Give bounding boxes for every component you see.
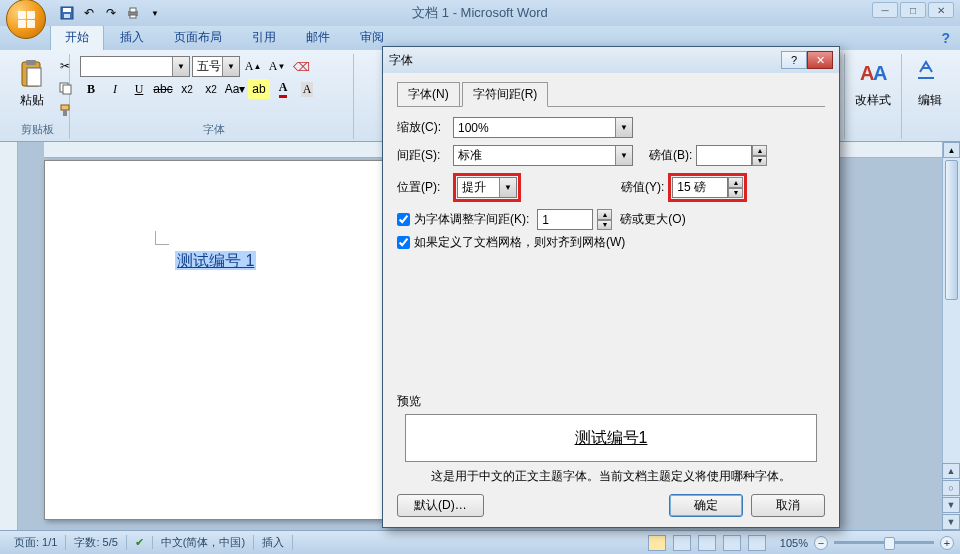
status-words[interactable]: 字数: 5/5 — [66, 535, 126, 550]
change-case-button[interactable]: Aa▾ — [224, 79, 246, 99]
title-bar: ↶ ↷ ▼ 文档 1 - Microsoft Word ─ □ ✕ — [0, 0, 960, 26]
position-combo[interactable]: 提升▼ — [457, 177, 517, 198]
tab-insert[interactable]: 插入 — [106, 25, 158, 50]
group-editing: 编辑 — [906, 54, 954, 139]
print-icon[interactable] — [124, 4, 142, 22]
snap-grid-checkbox[interactable] — [397, 236, 410, 249]
font-color-button[interactable]: A — [272, 79, 294, 99]
scale-label: 缩放(C): — [397, 119, 453, 136]
svg-rect-8 — [27, 68, 41, 86]
position-by-highlight: ▲▼ — [668, 173, 747, 202]
paste-button[interactable]: 粘贴 — [12, 56, 52, 120]
dialog-titlebar[interactable]: 字体 ? ✕ — [383, 47, 839, 73]
italic-button[interactable]: I — [104, 79, 126, 99]
spacing-by-label: 磅值(B): — [649, 147, 692, 164]
font-family-combo[interactable]: ▼ — [80, 56, 190, 77]
group-styles: AA 改样式 — [844, 54, 902, 139]
position-by-label: 磅值(Y): — [621, 179, 664, 196]
help-icon[interactable]: ? — [941, 30, 950, 46]
editing-button[interactable]: 编辑 — [912, 56, 948, 111]
subscript-button[interactable]: x2 — [176, 79, 198, 99]
tab-home[interactable]: 开始 — [50, 24, 104, 50]
tab-references[interactable]: 引用 — [238, 25, 290, 50]
status-bar: 页面: 1/1 字数: 5/5 ✔ 中文(简体，中国) 插入 105% − + — [0, 530, 960, 554]
svg-rect-12 — [63, 110, 67, 116]
dialog-title: 字体 — [389, 52, 413, 69]
status-page[interactable]: 页面: 1/1 — [6, 535, 66, 550]
status-mode[interactable]: 插入 — [254, 535, 293, 550]
format-painter-icon[interactable] — [54, 100, 76, 120]
bold-button[interactable]: B — [80, 79, 102, 99]
char-shading-button[interactable]: A — [296, 79, 318, 99]
office-button[interactable] — [6, 0, 46, 39]
view-web[interactable] — [698, 535, 716, 551]
view-full-screen[interactable] — [673, 535, 691, 551]
shrink-font-icon[interactable]: A▼ — [266, 57, 288, 77]
preview-label: 预览 — [397, 393, 825, 410]
preview-box: 测试编号1 — [405, 414, 817, 462]
superscript-button[interactable]: x2 — [200, 79, 222, 99]
prev-page-icon[interactable]: ▲ — [942, 463, 960, 479]
svg-text:A: A — [873, 62, 887, 84]
browse-buttons[interactable]: ▲ ○ ▼ ▼ — [942, 462, 960, 530]
dialog-close-button[interactable]: ✕ — [807, 51, 833, 69]
redo-icon[interactable]: ↷ — [102, 4, 120, 22]
group-font: ▼ 五号▼ A▲ A▼ ⌫ B I U abc x2 x2 Aa▾ ab A A… — [74, 54, 354, 139]
group-clipboard: 粘贴 ✂ 剪贴板 — [6, 54, 70, 139]
tab-char-spacing[interactable]: 字符间距(R) — [462, 82, 549, 107]
zoom-slider[interactable] — [834, 541, 934, 544]
qat-dropdown-icon[interactable]: ▼ — [146, 4, 164, 22]
spacing-combo[interactable]: 标准▼ — [453, 145, 633, 166]
margin-marker — [155, 231, 169, 245]
spacing-by-spinner[interactable]: ▲▼ — [696, 145, 767, 166]
tab-mailings[interactable]: 邮件 — [292, 25, 344, 50]
copy-icon[interactable] — [54, 78, 76, 98]
position-by-spinner[interactable]: ▲▼ — [672, 177, 743, 198]
zoom-in-icon[interactable]: + — [940, 536, 954, 550]
highlight-button[interactable]: ab — [248, 79, 270, 99]
grow-font-icon[interactable]: A▲ — [242, 57, 264, 77]
preview-text: 测试编号1 — [575, 428, 648, 449]
vertical-ruler[interactable] — [0, 142, 18, 530]
kerning-label: 为字体调整字间距(K): — [414, 211, 529, 228]
svg-rect-5 — [130, 15, 136, 18]
zoom-level[interactable]: 105% — [780, 537, 808, 549]
quick-access-toolbar: ↶ ↷ ▼ — [58, 0, 164, 26]
browse-object-icon[interactable]: ○ — [942, 480, 960, 496]
svg-rect-11 — [61, 105, 69, 110]
strikethrough-button[interactable]: abc — [152, 79, 174, 99]
save-icon[interactable] — [58, 4, 76, 22]
status-language[interactable]: 中文(简体，中国) — [153, 535, 254, 550]
kerning-checkbox[interactable] — [397, 213, 410, 226]
view-print-layout[interactable] — [648, 535, 666, 551]
cut-icon[interactable]: ✂ — [54, 56, 76, 76]
svg-rect-7 — [26, 60, 36, 65]
close-button[interactable]: ✕ — [928, 2, 954, 18]
change-styles-button[interactable]: AA 改样式 — [851, 56, 895, 111]
scroll-down-icon[interactable]: ▼ — [942, 514, 960, 530]
ok-button[interactable]: 确定 — [669, 494, 743, 517]
maximize-button[interactable]: □ — [900, 2, 926, 18]
next-page-icon[interactable]: ▼ — [942, 497, 960, 513]
font-dialog: 字体 ? ✕ 字体(N) 字符间距(R) 缩放(C): 100%▼ 间距(S):… — [382, 46, 840, 528]
font-size-combo[interactable]: 五号▼ — [192, 56, 240, 77]
window-title: 文档 1 - Microsoft Word — [412, 4, 548, 22]
kerning-spinner[interactable]: ▲▼ — [537, 209, 612, 230]
minimize-button[interactable]: ─ — [872, 2, 898, 18]
scale-combo[interactable]: 100%▼ — [453, 117, 633, 138]
spacing-label: 间距(S): — [397, 147, 453, 164]
tab-font-page[interactable]: 字体(N) — [397, 82, 460, 107]
view-outline[interactable] — [723, 535, 741, 551]
dialog-tabs: 字体(N) 字符间距(R) — [397, 81, 825, 107]
view-draft[interactable] — [748, 535, 766, 551]
clear-formatting-icon[interactable]: ⌫ — [290, 57, 312, 77]
zoom-out-icon[interactable]: − — [814, 536, 828, 550]
default-button[interactable]: 默认(D)… — [397, 494, 484, 517]
status-proof-icon[interactable]: ✔ — [127, 536, 153, 549]
dialog-help-button[interactable]: ? — [781, 51, 807, 69]
underline-button[interactable]: U — [128, 79, 150, 99]
tab-layout[interactable]: 页面布局 — [160, 25, 236, 50]
undo-icon[interactable]: ↶ — [80, 4, 98, 22]
selected-text[interactable]: 测试编号 1 — [175, 251, 256, 270]
cancel-button[interactable]: 取消 — [751, 494, 825, 517]
